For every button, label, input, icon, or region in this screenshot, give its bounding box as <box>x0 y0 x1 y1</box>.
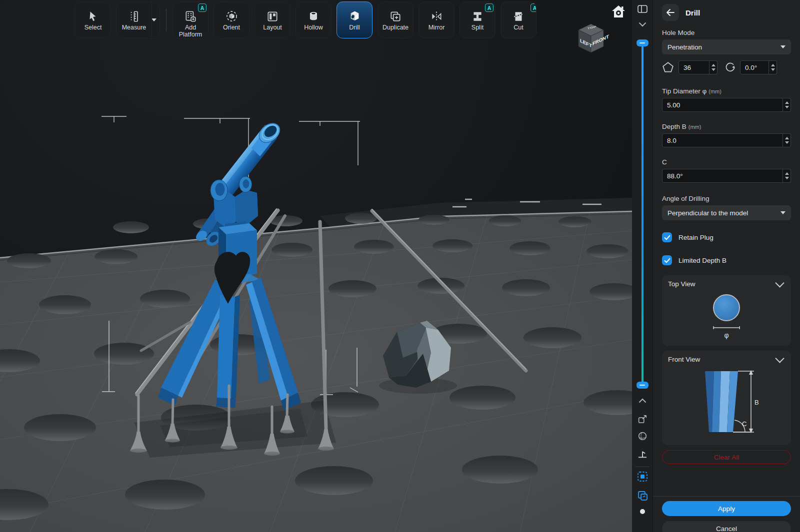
toolbar-button-layout[interactable]: Layout <box>254 1 290 38</box>
chevron-down-icon <box>780 211 786 214</box>
toolbar-button-drill[interactable]: Drill <box>336 1 372 38</box>
hollow-icon <box>307 5 320 23</box>
cut-icon <box>512 5 525 23</box>
c-angle-input[interactable]: 88.0° <box>662 169 783 183</box>
toolbar-button-hollow[interactable]: Hollow <box>296 1 332 38</box>
top-view-header[interactable]: Top View <box>668 280 785 288</box>
depth-label: Depth B(mm) <box>662 123 791 130</box>
cancel-button[interactable]: Cancel <box>662 521 791 532</box>
panel-layout-icon <box>637 4 648 14</box>
toggle-panel-button[interactable] <box>637 4 648 14</box>
limited-depth-checkbox[interactable] <box>662 255 672 265</box>
chevron-down-icon <box>638 22 646 27</box>
side-tool-strip <box>632 0 652 532</box>
toolbar-separator <box>166 8 166 31</box>
chevron-up-icon <box>638 398 646 403</box>
top-view-card: Top View φ <box>662 275 791 346</box>
stacked-squares-icon <box>636 490 648 502</box>
add-platform-icon <box>184 5 197 23</box>
depth-dimension-label: B <box>754 399 759 406</box>
isometric-view-button[interactable] <box>637 414 648 425</box>
toolbar-button-cut[interactable]: A Cut <box>500 1 536 38</box>
toolbar-button-measure[interactable]: Measure <box>116 1 152 38</box>
angle-of-drilling-dropdown[interactable]: Perpendicular to the model <box>662 205 791 220</box>
angle-dimension-label: C <box>742 420 746 428</box>
orient-icon <box>225 5 238 23</box>
lay-flat-button[interactable] <box>637 449 648 460</box>
toolbar-button-select[interactable]: Select <box>75 1 111 38</box>
clipping-slider-track[interactable] <box>642 46 644 384</box>
phi-dimension-label: φ <box>724 331 728 339</box>
front-view-title: Front View <box>668 356 700 363</box>
rotation-icon <box>724 61 736 73</box>
depth-input[interactable]: 8.0 <box>662 133 783 147</box>
panel-footer: Apply Cancel <box>653 496 800 532</box>
hole-mode-label: Hole Mode <box>662 29 791 36</box>
hole-mode-value: Penetration <box>668 43 702 51</box>
chevron-down-icon <box>152 18 156 21</box>
sides-input[interactable]: 36 <box>678 60 710 74</box>
sides-stepper[interactable] <box>710 60 718 74</box>
toolbar-button-split[interactable]: A Split <box>460 1 496 38</box>
box-arrow-icon <box>637 414 648 425</box>
mirror-icon <box>430 5 443 23</box>
viewport-3d[interactable] <box>0 0 632 532</box>
auto-badge: A <box>198 3 206 12</box>
top-view-diagram: φ <box>668 288 786 340</box>
home-view-button[interactable] <box>610 4 626 19</box>
select-icon <box>86 5 100 23</box>
strip-divider <box>636 467 649 467</box>
toolbar-button-mirror[interactable]: Mirror <box>418 1 454 38</box>
rotation-stepper[interactable] <box>769 60 777 74</box>
drill-icon <box>348 5 362 23</box>
hole-mode-dropdown[interactable]: Penetration <box>662 39 791 54</box>
split-icon <box>471 5 484 23</box>
auto-badge: A <box>530 3 536 12</box>
dashed-selection-icon <box>636 471 648 483</box>
top-view-title: Top View <box>668 280 696 288</box>
clear-all-button[interactable]: Clear All <box>662 450 791 464</box>
front-view-diagram: B C <box>668 363 786 439</box>
apply-button[interactable]: Apply <box>662 501 791 516</box>
toolbar-button-duplicate[interactable]: Duplicate <box>378 1 414 38</box>
collapse-down-button[interactable] <box>638 398 646 403</box>
main-toolbar: Select Measure A Add Platform <box>75 1 536 38</box>
dot-icon <box>640 509 646 515</box>
c-angle-label: C <box>662 158 791 166</box>
back-button[interactable] <box>662 4 679 21</box>
chevron-down-icon <box>775 354 784 363</box>
check-icon <box>664 258 670 263</box>
polygon-sides-icon <box>662 61 674 73</box>
clipping-slider-top-handle[interactable] <box>636 39 648 46</box>
retain-plug-label: Retain Plug <box>678 234 714 241</box>
toolbar-button-orient[interactable]: Orient <box>214 1 250 38</box>
clipping-slider-bottom-handle[interactable] <box>636 382 648 389</box>
tip-diameter-input[interactable]: 5.00 <box>662 98 783 112</box>
front-view-card: Front View B C <box>662 351 791 445</box>
collapse-up-button[interactable] <box>638 22 646 27</box>
front-view-header[interactable]: Front View <box>668 356 785 363</box>
multi-select-button[interactable] <box>636 490 648 502</box>
auto-badge: A <box>485 3 494 12</box>
lay-flat-icon <box>637 449 648 460</box>
status-dot <box>640 509 646 515</box>
panel-title: Drill <box>686 8 700 17</box>
angle-of-drilling-label: Angle of Drilling <box>662 195 791 202</box>
drill-settings-panel: Drill Hole Mode Penetration 36 0.0° Tip … <box>652 0 800 532</box>
retain-plug-checkbox[interactable] <box>662 232 672 242</box>
depth-stepper[interactable] <box>783 133 791 147</box>
toolbar-button-add-platform[interactable]: A Add Platform <box>172 1 208 38</box>
c-angle-stepper[interactable] <box>783 169 791 183</box>
hole-rotation-input[interactable]: 0.0° <box>740 60 769 74</box>
selection-region-button[interactable] <box>636 471 648 483</box>
perspective-view-button[interactable] <box>637 431 648 442</box>
limited-depth-label: Limited Depth B <box>678 257 726 264</box>
angle-of-drilling-value: Perpendicular to the model <box>668 209 748 217</box>
chevron-down-icon <box>780 45 786 48</box>
arrow-left-icon <box>666 8 676 16</box>
check-icon <box>664 235 670 240</box>
tip-diameter-stepper[interactable] <box>783 98 791 112</box>
measure-icon <box>128 5 140 23</box>
view-cube[interactable]: TOP LEFT FRONT <box>573 22 609 55</box>
duplicate-icon <box>389 5 402 23</box>
